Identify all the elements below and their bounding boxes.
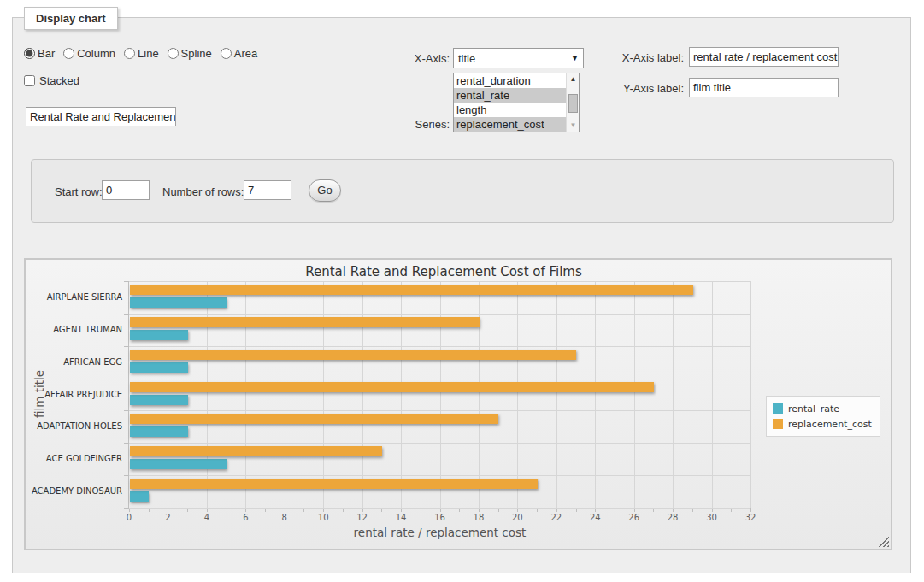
chart-type-radio-spline[interactable]: [168, 48, 179, 59]
y-axis-tick: [124, 379, 128, 379]
x-tick-label: 20: [504, 513, 530, 522]
series-scrollbar[interactable]: ▲ ▼: [566, 73, 579, 132]
x-tick-label: 26: [621, 513, 647, 522]
x-axis-title: rental rate / replacement cost: [129, 526, 750, 539]
y-axis-line: [128, 281, 129, 509]
x-axis-tick: [459, 509, 460, 512]
x-axis-tick: [285, 509, 285, 512]
number-of-rows-input[interactable]: 7: [244, 180, 291, 200]
bar-replacement_cost[interactable]: [130, 479, 538, 489]
bar-replacement_cost[interactable]: [130, 382, 654, 392]
x-axis-tick: [265, 509, 266, 512]
legend-swatch-icon: [773, 419, 783, 429]
series-multiselect[interactable]: rental_durationrental_ratelengthreplacem…: [453, 73, 580, 132]
y-gridline: [129, 379, 750, 379]
x-tick-label: 2: [155, 513, 180, 522]
scrollbar-thumb[interactable]: [568, 94, 578, 113]
stacked-label: Stacked: [39, 74, 79, 87]
x-axis-label-input[interactable]: rental rate / replacement cost: [689, 47, 839, 67]
x-tick-label: 30: [699, 513, 725, 522]
legend-item-rental_rate[interactable]: rental_rate: [773, 401, 872, 416]
x-axis-tick: [401, 509, 402, 512]
x-axis-tick: [343, 509, 344, 512]
chart-type-label: Line: [138, 47, 159, 60]
chart-type-option-line: Line: [124, 47, 159, 60]
x-axis-tick: [129, 509, 130, 512]
chart-type-radio-line[interactable]: [124, 48, 135, 59]
start-row-input[interactable]: 0: [102, 180, 150, 200]
scroll-down-icon[interactable]: ▼: [567, 120, 580, 132]
series-select-label: Series:: [377, 118, 450, 131]
bar-rental_rate[interactable]: [130, 459, 227, 469]
legend-item-replacement_cost[interactable]: replacement_cost: [773, 416, 872, 432]
category-label: ACE GOLDFINGER: [26, 454, 122, 463]
scroll-up-icon[interactable]: ▲: [567, 73, 580, 85]
chart-type-option-column: Column: [63, 47, 115, 60]
stacked-checkbox[interactable]: [24, 75, 35, 86]
series-option-replacement_cost[interactable]: replacement_cost: [454, 117, 566, 132]
x-axis-select-label: X-Axis:: [377, 52, 450, 65]
category-label: AGENT TRUMAN: [26, 325, 122, 334]
x-tick-label: 16: [427, 513, 453, 522]
y-gridline: [129, 443, 750, 444]
x-tick-label: 18: [466, 513, 491, 522]
x-gridline: [634, 281, 635, 508]
chart-type-radio-bar[interactable]: [24, 48, 35, 59]
category-label: ADAPTATION HOLES: [26, 421, 122, 431]
bar-rental_rate[interactable]: [130, 491, 149, 502]
x-tick-label: 12: [350, 513, 375, 522]
x-axis-tick: [653, 509, 654, 512]
bar-replacement_cost[interactable]: [130, 285, 693, 295]
bar-rental_rate[interactable]: [130, 362, 188, 373]
chart-type-radio-column[interactable]: [63, 48, 74, 59]
y-axis-tick: [124, 508, 128, 509]
y-axis-tick: [124, 443, 128, 444]
x-axis-select[interactable]: title ▼: [453, 48, 584, 68]
chart-title-input[interactable]: Rental Rate and Replacement Cost of Film…: [26, 107, 176, 126]
y-gridline: [129, 281, 750, 282]
x-axis-selected-value: title: [458, 52, 571, 65]
number-of-rows-label: Number of rows:: [162, 185, 244, 198]
bar-replacement_cost[interactable]: [130, 317, 480, 327]
x-axis-tick: [537, 509, 538, 512]
series-options: rental_durationrental_ratelengthreplacem…: [454, 73, 579, 132]
bar-rental_rate[interactable]: [130, 395, 188, 405]
x-axis-tick: [168, 509, 168, 512]
resize-handle-icon[interactable]: [879, 537, 889, 547]
x-axis-tick: [595, 509, 596, 512]
x-axis-tick: [498, 509, 499, 512]
bar-replacement_cost[interactable]: [130, 350, 576, 360]
x-axis-tick: [692, 509, 693, 512]
x-tick-label: 0: [116, 513, 142, 522]
x-tick-label: 14: [388, 513, 414, 522]
x-axis-tick: [421, 509, 421, 512]
bar-replacement_cost[interactable]: [130, 446, 382, 456]
y-axis-label-input[interactable]: film title: [689, 78, 839, 97]
x-tick-label: 28: [660, 513, 686, 522]
legend-label: rental_rate: [788, 403, 839, 414]
dropdown-arrow-icon: ▼: [571, 54, 579, 62]
chart-type-radio-area[interactable]: [221, 48, 232, 59]
bar-rental_rate[interactable]: [130, 426, 188, 437]
x-gridline: [595, 281, 596, 508]
series-option-rental_duration[interactable]: rental_duration: [454, 73, 566, 88]
x-axis-tick: [673, 509, 674, 512]
bar-rental_rate[interactable]: [130, 330, 188, 340]
y-axis-tick: [124, 346, 128, 347]
go-button[interactable]: Go: [309, 179, 341, 202]
x-axis-tick: [245, 509, 246, 512]
x-axis-tick: [750, 509, 751, 512]
x-gridline: [712, 281, 713, 508]
series-option-length[interactable]: length: [454, 103, 566, 117]
x-axis-tick: [517, 509, 518, 512]
x-tick-label: 10: [310, 513, 336, 522]
series-option-rental_rate[interactable]: rental_rate: [454, 88, 566, 103]
x-axis-tick: [440, 509, 441, 512]
bar-replacement_cost[interactable]: [130, 414, 498, 424]
y-axis-tick: [124, 475, 128, 476]
chart-type-label: Area: [234, 47, 257, 60]
x-axis-tick: [207, 509, 208, 512]
x-axis-tick: [303, 509, 304, 512]
x-axis-tick: [731, 509, 732, 512]
bar-rental_rate[interactable]: [130, 297, 227, 308]
